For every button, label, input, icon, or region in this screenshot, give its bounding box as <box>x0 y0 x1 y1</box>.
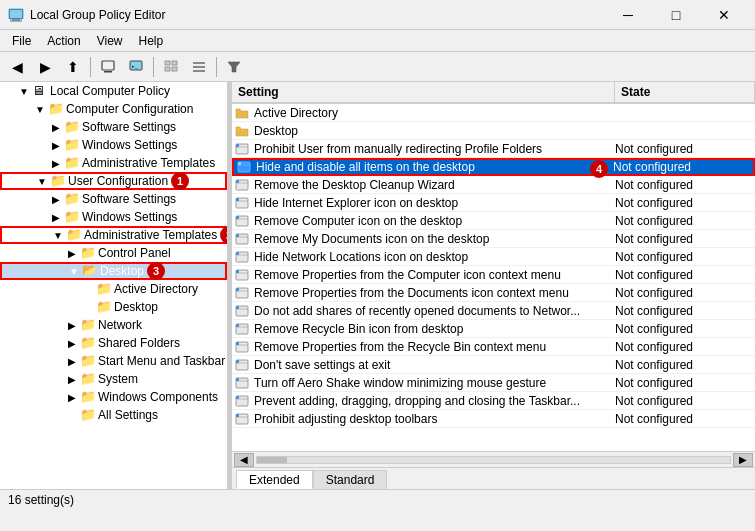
expander[interactable]: ▶ <box>48 209 64 225</box>
expander[interactable]: ▶ <box>64 371 80 387</box>
row-setting: Hide and disable all items on the deskto… <box>254 160 613 174</box>
tree-item-software-settings-cc[interactable]: ▶ 📁 Software Settings <box>0 118 227 136</box>
filter-button[interactable] <box>221 55 247 79</box>
tree-label: Control Panel <box>98 246 171 260</box>
svg-rect-4 <box>102 61 114 70</box>
expander[interactable]: ▼ <box>32 101 48 117</box>
setting-icon <box>234 357 250 373</box>
tree-item-desktop2[interactable]: 📁 Desktop <box>0 298 227 316</box>
list-view-button[interactable] <box>186 55 212 79</box>
expander[interactable]: ▶ <box>64 245 80 261</box>
tree-item-start-menu[interactable]: ▶ 📁 Start Menu and Taskbar <box>0 352 227 370</box>
expander[interactable]: ▶ <box>48 191 64 207</box>
tree-label: Local Computer Policy <box>50 84 170 98</box>
setting-icon <box>234 285 250 301</box>
minimize-button[interactable]: ─ <box>605 0 651 30</box>
expander[interactable]: ▶ <box>64 389 80 405</box>
tree-item-system[interactable]: ▶ 📁 System <box>0 370 227 388</box>
list-item[interactable]: Remove My Documents icon on the desktop … <box>232 230 755 248</box>
badge-3: 3 <box>147 262 165 280</box>
menu-action[interactable]: Action <box>39 32 88 50</box>
menu-view[interactable]: View <box>89 32 131 50</box>
expander[interactable]: ▶ <box>64 317 80 333</box>
horizontal-scrollbar[interactable]: ◀ ▶ <box>232 451 755 467</box>
list-item[interactable]: Do not add shares of recently opened doc… <box>232 302 755 320</box>
menu-help[interactable]: Help <box>131 32 172 50</box>
row-state: Not configured <box>615 340 755 354</box>
expander[interactable]: ▶ <box>64 353 80 369</box>
forward-button[interactable]: ▶ <box>32 55 58 79</box>
tree-item-control-panel[interactable]: ▶ 📁 Control Panel <box>0 244 227 262</box>
list-item[interactable]: Remove the Desktop Cleanup Wizard Not co… <box>232 176 755 194</box>
console-button[interactable]: ▸_ <box>123 55 149 79</box>
list-item[interactable]: Prohibit User from manually redirecting … <box>232 140 755 158</box>
tree-item-user-config[interactable]: ▼ 📁 User Configuration 1 <box>0 172 227 190</box>
tree-item-all-settings[interactable]: 📁 All Settings <box>0 406 227 424</box>
list-item[interactable]: Remove Properties from the Computer icon… <box>232 266 755 284</box>
svg-rect-42 <box>236 288 239 291</box>
expander[interactable]: ▼ <box>34 173 50 189</box>
tree-item-admin-templates-cc[interactable]: ▶ 📁 Administrative Templates <box>0 154 227 172</box>
expander[interactable]: ▶ <box>48 119 64 135</box>
list-item[interactable]: Remove Computer icon on the desktop Not … <box>232 212 755 230</box>
tree-panel[interactable]: ▼ 🖥 Local Computer Policy ▼ 📁 Computer C… <box>0 82 228 489</box>
list-item-selected[interactable]: Hide and disable all items on the deskto… <box>232 158 755 176</box>
close-button[interactable]: ✕ <box>701 0 747 30</box>
tree-item-windows-settings-cc[interactable]: ▶ 📁 Windows Settings <box>0 136 227 154</box>
tab-extended[interactable]: Extended <box>236 470 313 489</box>
list-item[interactable]: Turn off Aero Shake window minimizing mo… <box>232 374 755 392</box>
row-state: Not configured <box>615 250 755 264</box>
row-state: Not configured <box>615 394 755 408</box>
expander[interactable]: ▶ <box>48 155 64 171</box>
tree-item-software-settings-uc[interactable]: ▶ 📁 Software Settings <box>0 190 227 208</box>
setting-icon <box>234 177 250 193</box>
title-bar: Local Group Policy Editor ─ □ ✕ <box>0 0 755 30</box>
show-hide-button[interactable] <box>95 55 121 79</box>
tree-item-desktop[interactable]: ▼ 📂 Desktop 3 <box>0 262 227 280</box>
list-item[interactable]: Prohibit adjusting desktop toolbars Not … <box>232 410 755 428</box>
expander[interactable]: ▶ <box>48 137 64 153</box>
list-item[interactable]: Hide Internet Explorer icon on desktop N… <box>232 194 755 212</box>
badge-2: 2 <box>220 226 228 244</box>
row-state: Not configured <box>615 304 755 318</box>
tab-standard[interactable]: Standard <box>313 470 388 489</box>
svg-rect-13 <box>193 66 205 68</box>
folder-icon: 📁 <box>96 299 112 315</box>
tree-item-windows-settings-uc[interactable]: ▶ 📁 Windows Settings <box>0 208 227 226</box>
expander[interactable]: ▼ <box>50 227 66 243</box>
expander[interactable]: ▶ <box>64 335 80 351</box>
tree-item-shared-folders[interactable]: ▶ 📁 Shared Folders <box>0 334 227 352</box>
tree-item-computer-config[interactable]: ▼ 📁 Computer Configuration <box>0 100 227 118</box>
svg-rect-2 <box>12 19 20 21</box>
list-item[interactable]: Prevent adding, dragging, dropping and c… <box>232 392 755 410</box>
list-item[interactable]: Active Directory <box>232 104 755 122</box>
tree-item-admin-templates-uc[interactable]: ▼ 📁 Administrative Templates 2 <box>0 226 227 244</box>
toolbar-sep3 <box>216 57 217 77</box>
badge-4: 4 <box>590 160 608 178</box>
list-item[interactable]: Don't save settings at exit Not configur… <box>232 356 755 374</box>
expander[interactable]: ▼ <box>16 83 32 99</box>
list-item[interactable]: Remove Properties from the Recycle Bin c… <box>232 338 755 356</box>
tree-item-active-directory[interactable]: 📁 Active Directory <box>0 280 227 298</box>
list-item[interactable]: Remove Properties from the Documents ico… <box>232 284 755 302</box>
expander[interactable]: ▼ <box>66 263 82 279</box>
back-button[interactable]: ◀ <box>4 55 30 79</box>
toolbar-sep2 <box>153 57 154 77</box>
tree-item-local-policy[interactable]: ▼ 🖥 Local Computer Policy <box>0 82 227 100</box>
list-item[interactable]: Remove Recycle Bin icon from desktop Not… <box>232 320 755 338</box>
header-setting[interactable]: Setting <box>232 82 615 102</box>
header-state[interactable]: State <box>615 82 755 102</box>
up-button[interactable]: ⬆ <box>60 55 86 79</box>
maximize-button[interactable]: □ <box>653 0 699 30</box>
view-button[interactable] <box>158 55 184 79</box>
tree-item-network[interactable]: ▶ 📁 Network <box>0 316 227 334</box>
menu-file[interactable]: File <box>4 32 39 50</box>
svg-rect-39 <box>236 270 239 273</box>
tree-item-windows-components[interactable]: ▶ 📁 Windows Components <box>0 388 227 406</box>
folder-icon: 📁 <box>66 227 82 243</box>
list-item[interactable]: Desktop <box>232 122 755 140</box>
svg-rect-60 <box>236 396 239 399</box>
menu-bar: File Action View Help <box>0 30 755 52</box>
row-state: Not configured <box>615 358 755 372</box>
list-item[interactable]: Hide Network Locations icon on desktop N… <box>232 248 755 266</box>
